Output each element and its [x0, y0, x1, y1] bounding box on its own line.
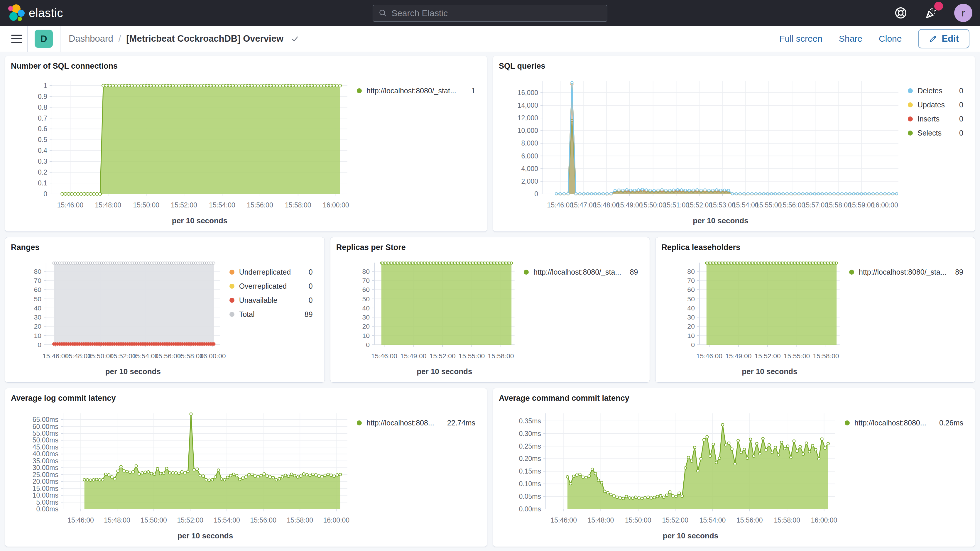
legend-item[interactable]: Overreplicated0: [229, 280, 316, 292]
help-icon[interactable]: [893, 5, 908, 21]
panel-title: Ranges: [11, 242, 319, 253]
legend-item[interactable]: http://localhost:8080...0.26ms: [845, 417, 966, 428]
svg-text:40: 40: [34, 304, 41, 312]
legend-item[interactable]: http://localhost:808...22.74ms: [357, 417, 478, 428]
svg-text:per 10 seconds: per 10 seconds: [742, 367, 797, 376]
legend-label: Selects: [918, 129, 955, 137]
svg-text:30: 30: [687, 313, 695, 321]
chart-sql-connections[interactable]: 15:46:0015:48:0015:50:0015:52:0015:54:00…: [11, 72, 355, 229]
svg-text:15:46:00: 15:46:00: [67, 516, 94, 524]
svg-text:15:50:00: 15:50:00: [140, 516, 167, 524]
legend-label: http://localhost:8080...: [854, 419, 934, 427]
legend-item[interactable]: http://localhost:8080/_stat...1: [357, 85, 478, 97]
chart-legend: http://localhost:8080/_sta...89: [847, 253, 969, 380]
svg-text:15:52:00: 15:52:00: [177, 516, 203, 524]
svg-text:0.00ms: 0.00ms: [519, 505, 541, 513]
panel-avg-command-commit-latency: Average command commit latency15:46:0015…: [493, 388, 975, 547]
clone-button[interactable]: Clone: [879, 34, 902, 44]
avatar[interactable]: r: [954, 4, 972, 22]
svg-text:15:55:00: 15:55:00: [784, 352, 810, 360]
legend-label: Unavailable: [239, 296, 304, 304]
title-caret-icon[interactable]: [291, 34, 299, 43]
legend-item[interactable]: http://localhost:8080/_sta...89: [524, 266, 641, 278]
svg-text:50.00ms: 50.00ms: [33, 436, 58, 444]
svg-text:15:52:00: 15:52:00: [662, 516, 688, 524]
svg-text:15:53:00: 15:53:00: [709, 201, 736, 209]
svg-text:per 10 seconds: per 10 seconds: [417, 367, 472, 376]
svg-text:0.25ms: 0.25ms: [519, 443, 541, 450]
svg-text:10.00ms: 10.00ms: [33, 491, 58, 499]
svg-text:20: 20: [34, 322, 41, 330]
chart-legend: Underreplicated0Overreplicated0Unavailab…: [228, 253, 319, 380]
chart-sql-queries[interactable]: 15:46:0015:47:0015:48:0015:49:0015:50:00…: [499, 72, 906, 229]
svg-text:15:59:00: 15:59:00: [848, 201, 875, 209]
svg-text:15:54:00: 15:54:00: [209, 201, 235, 209]
chart-legend: http://localhost:8080/_sta...89: [522, 253, 644, 380]
legend-item[interactable]: Selects0: [908, 127, 966, 139]
search-input[interactable]: [391, 8, 601, 18]
svg-text:15:57:00: 15:57:00: [802, 201, 829, 209]
svg-text:0.30ms: 0.30ms: [519, 430, 541, 438]
legend-label: Deletes: [918, 86, 955, 95]
elastic-logo[interactable]: elastic: [8, 5, 63, 21]
chart-replicas-per-store[interactable]: 15:46:0015:49:0015:52:0015:55:0015:58:00…: [336, 253, 522, 380]
svg-text:15:54:00: 15:54:00: [732, 201, 759, 209]
svg-text:0.6: 0.6: [38, 125, 47, 133]
legend-dot: [908, 102, 913, 107]
svg-text:15:49:00: 15:49:00: [725, 352, 751, 360]
svg-text:0.5: 0.5: [38, 136, 47, 143]
svg-text:15:48:00: 15:48:00: [95, 201, 121, 209]
full-screen-button[interactable]: Full screen: [779, 34, 822, 44]
svg-text:15:51:00: 15:51:00: [663, 201, 689, 209]
legend-item[interactable]: http://localhost:8080/_sta...89: [849, 266, 966, 278]
svg-text:50: 50: [34, 295, 41, 303]
panel-ranges: Ranges15:46:0015:48:0015:50:0015:52:0015…: [5, 237, 325, 382]
edit-button[interactable]: Edit: [918, 29, 969, 48]
share-button[interactable]: Share: [839, 34, 862, 44]
breadcrumb-dashboard-link[interactable]: Dashboard: [68, 33, 113, 44]
svg-text:20: 20: [687, 322, 695, 330]
legend-item[interactable]: Deletes0: [908, 85, 966, 97]
global-search[interactable]: [372, 5, 608, 22]
legend-dot: [845, 420, 850, 425]
legend-item[interactable]: Underreplicated0: [229, 266, 316, 278]
search-icon: [379, 8, 387, 18]
svg-text:15:50:00: 15:50:00: [625, 516, 651, 524]
svg-text:30: 30: [34, 313, 41, 321]
chart-avg-log-commit-latency[interactable]: 15:46:0015:48:0015:50:0015:52:0015:54:00…: [11, 404, 355, 544]
notification-dot: [934, 2, 943, 11]
legend-value: 0: [959, 86, 966, 95]
svg-text:15:52:00: 15:52:00: [171, 201, 197, 209]
chart-ranges[interactable]: 15:46:0015:48:0015:50:0015:52:0015:54:00…: [11, 253, 228, 380]
breadcrumb: Dashboard / [Metricbeat CockroachDB] Ove…: [60, 33, 299, 44]
chart-legend: http://localhost:808...22.74ms: [355, 404, 481, 544]
svg-text:15:58:00: 15:58:00: [285, 201, 311, 209]
legend-value: 0: [959, 129, 966, 137]
legend-dot: [357, 420, 362, 425]
chart-replica-leaseholders[interactable]: 15:46:0015:49:0015:52:0015:55:0015:58:00…: [661, 253, 847, 380]
svg-text:15:46:00: 15:46:00: [696, 352, 722, 360]
svg-text:65.00ms: 65.00ms: [33, 416, 58, 424]
svg-text:15:52:00: 15:52:00: [686, 201, 713, 209]
chart-avg-command-commit-latency[interactable]: 15:46:0015:48:0015:50:0015:52:0015:54:00…: [499, 404, 843, 544]
menu-icon[interactable]: [6, 26, 27, 52]
chart-legend: Deletes0Updates0Inserts0Selects0: [906, 72, 969, 229]
legend-item[interactable]: Total89: [229, 308, 316, 320]
legend-dot: [908, 88, 913, 93]
panel-title: Average command commit latency: [499, 392, 969, 404]
svg-text:80: 80: [362, 268, 370, 275]
news-icon[interactable]: [924, 5, 939, 21]
svg-text:70: 70: [34, 277, 41, 284]
svg-text:40: 40: [687, 304, 695, 312]
panel-avg-log-commit-latency: Average log commit latency15:46:0015:48:…: [5, 388, 487, 547]
svg-text:5.00ms: 5.00ms: [37, 498, 58, 506]
svg-text:4,000: 4,000: [521, 165, 538, 172]
legend-item[interactable]: Unavailable0: [229, 294, 316, 306]
panel-replica-leaseholders: Replica leaseholders15:46:0015:49:0015:5…: [655, 237, 975, 382]
legend-item[interactable]: Updates0: [908, 99, 966, 111]
svg-text:15:50:00: 15:50:00: [133, 201, 159, 209]
legend-label: http://localhost:8080/_stat...: [366, 86, 466, 95]
legend-item[interactable]: Inserts0: [908, 113, 966, 125]
dashboard-badge[interactable]: D: [35, 30, 53, 48]
svg-text:per 10 seconds: per 10 seconds: [663, 531, 718, 540]
